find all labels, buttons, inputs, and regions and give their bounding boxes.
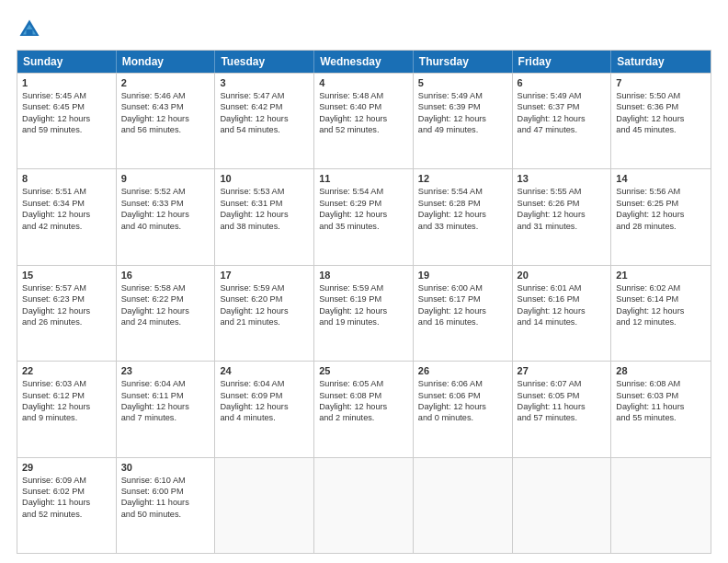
day-info: Sunrise: 6:08 AMSunset: 6:03 PMDaylight:… (616, 378, 706, 424)
day-info: Sunrise: 5:59 AMSunset: 6:19 PMDaylight:… (319, 282, 408, 328)
header-day-saturday: Saturday (611, 51, 711, 73)
day-cell-19: 19Sunrise: 6:00 AMSunset: 6:17 PMDayligh… (414, 266, 513, 361)
header-day-tuesday: Tuesday (215, 51, 314, 73)
day-cell-7: 7Sunrise: 5:50 AMSunset: 6:36 PMDaylight… (611, 74, 711, 168)
header-day-monday: Monday (117, 51, 216, 73)
day-info: Sunrise: 5:56 AMSunset: 6:25 PMDaylight:… (616, 186, 706, 232)
day-info: Sunrise: 5:47 AMSunset: 6:42 PMDaylight:… (220, 90, 309, 136)
logo (17, 17, 46, 42)
day-cell-26: 26Sunrise: 6:06 AMSunset: 6:06 PMDayligh… (414, 362, 513, 456)
day-cell-20: 20Sunrise: 6:01 AMSunset: 6:16 PMDayligh… (513, 266, 612, 361)
logo-icon (17, 17, 42, 42)
day-cell-10: 10Sunrise: 5:53 AMSunset: 6:31 PMDayligh… (215, 169, 314, 264)
empty-cell (215, 458, 314, 553)
day-cell-6: 6Sunrise: 5:49 AMSunset: 6:37 PMDaylight… (513, 74, 612, 168)
day-number: 10 (220, 173, 309, 184)
day-number: 3 (220, 77, 309, 88)
day-number: 4 (319, 77, 408, 88)
day-number: 13 (518, 173, 607, 184)
day-info: Sunrise: 6:05 AMSunset: 6:08 PMDaylight:… (319, 378, 408, 424)
day-cell-2: 2Sunrise: 5:46 AMSunset: 6:43 PMDaylight… (117, 74, 216, 168)
day-cell-29: 29Sunrise: 6:09 AMSunset: 6:02 PMDayligh… (17, 458, 117, 553)
day-cell-18: 18Sunrise: 5:59 AMSunset: 6:19 PMDayligh… (314, 266, 414, 361)
empty-cell (314, 458, 414, 553)
day-number: 30 (121, 462, 210, 473)
day-cell-30: 30Sunrise: 6:10 AMSunset: 6:00 PMDayligh… (117, 458, 216, 553)
header-day-friday: Friday (513, 51, 612, 73)
day-info: Sunrise: 5:53 AMSunset: 6:31 PMDaylight:… (220, 186, 309, 232)
day-info: Sunrise: 5:52 AMSunset: 6:33 PMDaylight:… (121, 186, 210, 232)
header-day-wednesday: Wednesday (314, 51, 414, 73)
calendar-week-4: 22Sunrise: 6:03 AMSunset: 6:12 PMDayligh… (17, 361, 711, 456)
day-info: Sunrise: 6:00 AMSunset: 6:17 PMDaylight:… (418, 282, 507, 328)
day-cell-25: 25Sunrise: 6:05 AMSunset: 6:08 PMDayligh… (314, 362, 414, 456)
header-day-sunday: Sunday (17, 51, 117, 73)
calendar-header: SundayMondayTuesdayWednesdayThursdayFrid… (17, 51, 711, 73)
day-info: Sunrise: 5:51 AMSunset: 6:34 PMDaylight:… (22, 186, 111, 232)
day-number: 1 (22, 77, 111, 88)
day-cell-17: 17Sunrise: 5:59 AMSunset: 6:20 PMDayligh… (215, 266, 314, 361)
day-number: 24 (220, 365, 309, 376)
day-cell-15: 15Sunrise: 5:57 AMSunset: 6:23 PMDayligh… (17, 266, 117, 361)
day-cell-13: 13Sunrise: 5:55 AMSunset: 6:26 PMDayligh… (513, 169, 612, 264)
page: SundayMondayTuesdayWednesdayThursdayFrid… (0, 0, 728, 563)
header (17, 17, 711, 42)
day-cell-24: 24Sunrise: 6:04 AMSunset: 6:09 PMDayligh… (215, 362, 314, 456)
day-cell-14: 14Sunrise: 5:56 AMSunset: 6:25 PMDayligh… (611, 169, 711, 264)
calendar-week-2: 8Sunrise: 5:51 AMSunset: 6:34 PMDaylight… (17, 168, 711, 264)
day-number: 20 (518, 270, 607, 281)
day-number: 12 (418, 173, 507, 184)
empty-cell (611, 458, 711, 553)
day-info: Sunrise: 6:02 AMSunset: 6:14 PMDaylight:… (616, 282, 706, 328)
calendar-week-3: 15Sunrise: 5:57 AMSunset: 6:23 PMDayligh… (17, 265, 711, 361)
day-number: 5 (418, 77, 507, 88)
day-info: Sunrise: 5:48 AMSunset: 6:40 PMDaylight:… (319, 90, 408, 136)
calendar-week-5: 29Sunrise: 6:09 AMSunset: 6:02 PMDayligh… (17, 457, 711, 553)
day-info: Sunrise: 5:54 AMSunset: 6:29 PMDaylight:… (319, 186, 408, 232)
day-cell-8: 8Sunrise: 5:51 AMSunset: 6:34 PMDaylight… (17, 169, 117, 264)
header-day-thursday: Thursday (414, 51, 513, 73)
day-info: Sunrise: 6:09 AMSunset: 6:02 PMDaylight:… (22, 475, 111, 521)
day-cell-5: 5Sunrise: 5:49 AMSunset: 6:39 PMDaylight… (414, 74, 513, 168)
empty-cell (414, 458, 513, 553)
calendar: SundayMondayTuesdayWednesdayThursdayFrid… (17, 50, 711, 554)
day-cell-12: 12Sunrise: 5:54 AMSunset: 6:28 PMDayligh… (414, 169, 513, 264)
day-info: Sunrise: 6:06 AMSunset: 6:06 PMDaylight:… (418, 378, 507, 424)
svg-rect-2 (27, 29, 33, 36)
day-cell-1: 1Sunrise: 5:45 AMSunset: 6:45 PMDaylight… (17, 74, 117, 168)
day-number: 15 (22, 270, 111, 281)
day-cell-28: 28Sunrise: 6:08 AMSunset: 6:03 PMDayligh… (611, 362, 711, 456)
day-cell-16: 16Sunrise: 5:58 AMSunset: 6:22 PMDayligh… (117, 266, 216, 361)
day-cell-21: 21Sunrise: 6:02 AMSunset: 6:14 PMDayligh… (611, 266, 711, 361)
day-number: 9 (121, 173, 210, 184)
day-number: 8 (22, 173, 111, 184)
day-number: 29 (22, 462, 111, 473)
calendar-body: 1Sunrise: 5:45 AMSunset: 6:45 PMDaylight… (17, 73, 711, 553)
day-number: 21 (616, 270, 706, 281)
day-number: 11 (319, 173, 408, 184)
day-number: 16 (121, 270, 210, 281)
day-info: Sunrise: 5:50 AMSunset: 6:36 PMDaylight:… (616, 90, 706, 136)
day-info: Sunrise: 6:10 AMSunset: 6:00 PMDaylight:… (121, 475, 210, 521)
day-cell-3: 3Sunrise: 5:47 AMSunset: 6:42 PMDaylight… (215, 74, 314, 168)
day-cell-4: 4Sunrise: 5:48 AMSunset: 6:40 PMDaylight… (314, 74, 414, 168)
day-info: Sunrise: 5:58 AMSunset: 6:22 PMDaylight:… (121, 282, 210, 328)
day-info: Sunrise: 5:57 AMSunset: 6:23 PMDaylight:… (22, 282, 111, 328)
day-info: Sunrise: 5:46 AMSunset: 6:43 PMDaylight:… (121, 90, 210, 136)
day-number: 2 (121, 77, 210, 88)
day-info: Sunrise: 6:01 AMSunset: 6:16 PMDaylight:… (518, 282, 607, 328)
day-number: 23 (121, 365, 210, 376)
day-cell-23: 23Sunrise: 6:04 AMSunset: 6:11 PMDayligh… (117, 362, 216, 456)
day-number: 17 (220, 270, 309, 281)
day-cell-27: 27Sunrise: 6:07 AMSunset: 6:05 PMDayligh… (513, 362, 612, 456)
day-info: Sunrise: 6:07 AMSunset: 6:05 PMDaylight:… (518, 378, 607, 424)
day-info: Sunrise: 5:49 AMSunset: 6:37 PMDaylight:… (518, 90, 607, 136)
empty-cell (513, 458, 612, 553)
day-info: Sunrise: 5:54 AMSunset: 6:28 PMDaylight:… (418, 186, 507, 232)
day-number: 25 (319, 365, 408, 376)
day-info: Sunrise: 6:03 AMSunset: 6:12 PMDaylight:… (22, 378, 111, 424)
calendar-week-1: 1Sunrise: 5:45 AMSunset: 6:45 PMDaylight… (17, 73, 711, 168)
day-number: 7 (616, 77, 706, 88)
day-cell-9: 9Sunrise: 5:52 AMSunset: 6:33 PMDaylight… (117, 169, 216, 264)
day-info: Sunrise: 5:45 AMSunset: 6:45 PMDaylight:… (22, 90, 111, 136)
